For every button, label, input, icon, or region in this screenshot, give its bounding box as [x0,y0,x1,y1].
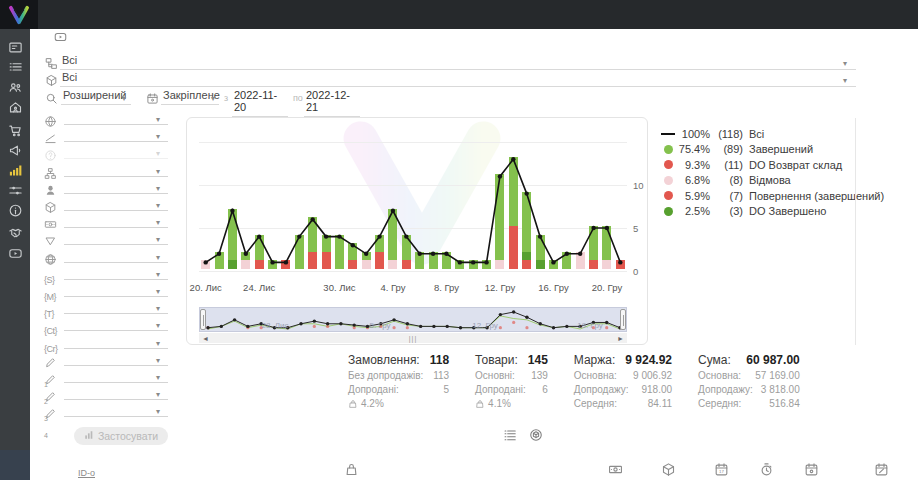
legend-entry[interactable]: 6.8%(8)Відмова [660,173,855,189]
sidebar-item-megaphone[interactable] [0,140,30,160]
bar-2022-12-02[interactable] [362,252,371,269]
bar-2022-12-08[interactable] [442,252,451,269]
filter-select-13[interactable] [64,318,168,331]
filter-select-8[interactable] [64,232,168,245]
column-header-calendar-17[interactable]: 17 [714,462,729,480]
bar-2022-11-29[interactable] [322,235,331,269]
view-toggle-toggle-list[interactable] [503,428,517,442]
sidebar-item-dashboard[interactable] [0,37,30,57]
chart-scrollbar[interactable]: ◄ ||| ► [199,333,627,343]
chevron-down-icon[interactable]: ▾ [156,304,160,313]
filter-select-17[interactable] [64,387,168,400]
date-to-input[interactable]: 2022-12-21 [304,89,360,117]
filter-select-14[interactable] [64,336,168,349]
filter-select-4[interactable] [64,164,168,177]
filter-select-9[interactable] [64,250,168,263]
chevron-down-icon[interactable]: ▾ [843,76,847,85]
bar-2022-12-07[interactable] [429,252,438,269]
legend-entry[interactable]: 5.9%(7)Повернення (завершений) [660,188,855,204]
chevron-down-icon[interactable]: ▾ [156,115,160,124]
chevron-down-icon[interactable]: ▾ [156,132,160,141]
legend-entry[interactable]: 75.4%(89)Завершений [660,142,855,158]
sidebar-item-household[interactable] [0,97,30,117]
bar-2022-12-18[interactable] [576,252,585,269]
bar-2022-11-26[interactable] [281,260,290,269]
bar-2022-12-01[interactable] [348,243,357,269]
chevron-down-icon[interactable]: ▾ [156,253,160,262]
legend-entry[interactable]: 2.5%(3)DO Завершено [660,204,855,220]
filter-select-18[interactable] [64,404,168,417]
chevron-down-icon[interactable]: ▾ [156,321,160,330]
sidebar-item-handshake[interactable] [0,222,30,242]
sidebar-item-list[interactable] [0,57,30,77]
chart-minimap[interactable]: 28. Лис5. Гру12. Гру19. Гру [199,307,627,332]
column-header-calendar-edit[interactable] [874,462,889,480]
chevron-down-icon[interactable]: ▾ [211,94,215,103]
sidebar-item-cart[interactable] [0,120,30,140]
chevron-down-icon[interactable]: ▾ [156,407,160,416]
bar-2022-11-20[interactable] [201,260,210,269]
sidebar-item-sliders[interactable] [0,180,30,200]
bar-2022-11-27[interactable] [295,235,304,269]
column-header-calendar-a[interactable] [804,462,819,480]
scroll-left-icon[interactable]: ◄ [199,335,212,342]
bar-2022-12-15[interactable] [536,235,545,269]
sidebar-item-barchart[interactable] [0,160,30,180]
chevron-down-icon[interactable]: ▾ [843,59,847,68]
bar-2022-11-25[interactable] [268,260,277,269]
scroll-right-icon[interactable]: ► [614,335,627,342]
bar-2022-12-21[interactable] [616,260,625,269]
minimap-left-handle[interactable] [200,309,206,330]
filter-select-10[interactable] [64,267,168,280]
product-select[interactable]: Всі [60,71,856,87]
filter-select-15[interactable] [64,353,168,366]
filter-select-7[interactable] [64,215,168,228]
bar-2022-12-11[interactable] [482,260,491,269]
chevron-down-icon[interactable]: ▾ [156,339,160,348]
chevron-down-icon[interactable]: ▾ [156,373,160,382]
bar-2022-12-17[interactable] [562,252,571,269]
filter-select-11[interactable] [64,284,168,297]
filter-select-6[interactable] [64,198,168,211]
legend-entry[interactable]: 9.3%(11)DO Возврат склад [660,157,855,173]
bar-2022-11-24[interactable] [255,235,264,269]
chevron-down-icon[interactable]: ▾ [122,94,126,103]
chevron-down-icon[interactable]: ▾ [156,201,160,210]
filter-select-2[interactable] [64,129,168,142]
column-header-bag[interactable] [344,462,359,480]
column-header-banknote[interactable] [608,462,623,480]
chevron-down-icon[interactable]: ▾ [156,218,160,227]
apply-button[interactable]: Застосувати [74,427,168,445]
bar-2022-12-19[interactable] [589,226,598,269]
bar-2022-12-16[interactable] [549,260,558,269]
bar-2022-12-09[interactable] [455,260,464,269]
app-logo[interactable] [0,0,38,29]
video-tutorial-button[interactable] [51,30,70,44]
filter-select-16[interactable] [64,370,168,383]
bar-2022-12-20[interactable] [602,226,611,269]
column-header-clock[interactable] [759,462,774,480]
bar-2022-12-12[interactable] [495,174,504,269]
chevron-down-icon[interactable]: ▾ [156,184,160,193]
view-toggle-package-circle[interactable] [529,428,543,442]
bar-2022-12-03[interactable] [375,235,384,269]
chevron-down-icon[interactable]: ▾ [156,390,160,399]
bar-2022-12-13[interactable] [509,157,518,269]
bar-2022-11-22[interactable] [228,209,237,269]
minimap-right-handle[interactable] [620,309,626,330]
bar-2022-12-14[interactable] [522,192,531,269]
sidebar-item-users[interactable] [0,77,30,97]
legend-entry[interactable]: 100%(118)Всі [660,126,855,142]
sidebar-item-info[interactable] [0,200,30,220]
sidebar-item-video[interactable] [0,243,30,263]
bar-2022-12-10[interactable] [469,260,478,269]
date-from-input[interactable]: 2022-11-20 [232,89,288,117]
column-header-id-sort[interactable]: ID-o [78,462,95,480]
column-header-package[interactable] [661,462,676,480]
bar-2022-11-23[interactable] [241,252,250,269]
bar-2022-11-28[interactable] [308,217,317,269]
filter-select-1[interactable] [64,112,168,125]
chevron-down-icon[interactable]: ▾ [156,270,160,279]
chevron-down-icon[interactable]: ▾ [156,167,160,176]
search-mode-select[interactable]: Розширений [61,89,131,105]
